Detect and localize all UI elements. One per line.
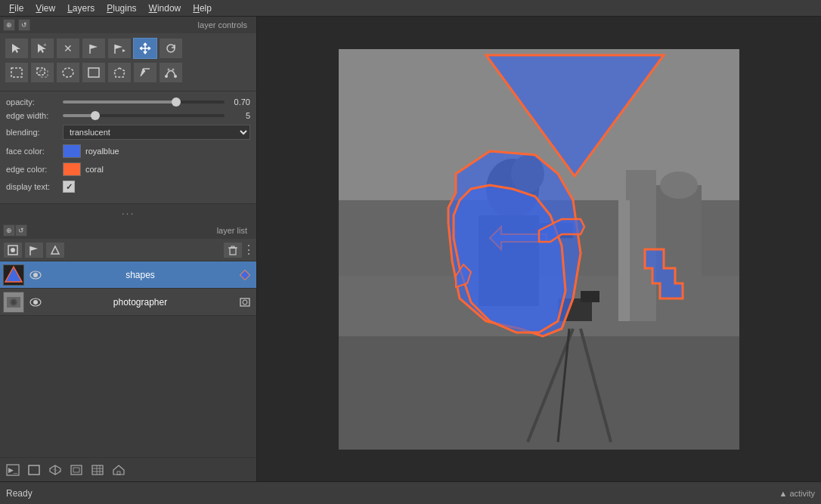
blending-select[interactable]: translucent normal multiply [63,125,250,140]
left-panel: ⊕ ↺ layer controls + ✕ [0,17,257,481]
layer-row-photographer[interactable]: photographer [0,289,256,316]
svg-marker-28 [5,267,22,282]
layer-delete-btn[interactable] [223,242,243,258]
svg-marker-14 [114,68,125,77]
opacity-label: opacity: [6,97,63,107]
tool-close[interactable]: ✕ [56,38,80,59]
svg-point-18 [168,69,170,71]
activity-text: ▲ activity [779,489,815,498]
tool-flag-play[interactable] [107,38,132,59]
display-text-checkbox[interactable]: ✓ [63,181,75,193]
tool-select-arrow[interactable] [5,38,29,59]
panel-icon-1[interactable]: ⊕ [3,19,15,31]
svg-rect-10 [37,68,45,75]
menu-view[interactable]: View [29,2,61,15]
layer-name-shapes: shapes [47,270,234,280]
svg-point-63 [660,172,698,199]
tool-rotate[interactable] [159,38,183,59]
bottom-icon-3d[interactable] [45,462,65,478]
tool-select-rect[interactable] [5,62,29,83]
layer-toolbar: ⋮ [0,239,256,261]
layer-type-shapes [237,267,253,283]
opacity-slider-container: 0.70 [63,97,250,107]
edge-width-label: edge width: [6,111,63,120]
face-color-name: royalblue [85,147,119,156]
face-color-swatch[interactable] [63,144,81,158]
layer-list-icon-1[interactable]: ⊕ [3,224,15,237]
layer-row-shapes[interactable]: shapes [0,261,256,289]
layer-eye-photographer[interactable] [27,294,44,311]
menubar: File View Layers Plugins Window Help [0,0,821,17]
edge-width-row: edge width: 5 [6,111,250,120]
svg-marker-7 [122,49,125,52]
menu-file[interactable]: File [3,2,29,15]
layer-eye-shapes[interactable] [27,267,44,283]
layer-tool-btn-2[interactable] [24,242,44,258]
svg-rect-49 [92,465,103,475]
display-text-row: display text: ✓ [6,181,250,193]
menu-layers[interactable]: Layers [61,2,101,15]
layer-list-title: layer list [27,226,253,235]
svg-point-16 [165,75,168,78]
opacity-value: 0.70 [228,97,250,107]
svg-rect-13 [88,68,99,77]
edge-width-value: 5 [228,111,250,120]
opacity-slider[interactable] [63,100,225,104]
bottom-icon-home[interactable] [109,462,129,478]
edge-color-swatch[interactable] [63,162,81,176]
panel-icon-2[interactable]: ↺ [18,19,30,31]
edge-width-slider-container: 5 [63,111,250,120]
canvas-area[interactable] [257,17,821,481]
tool-select-ellipse[interactable] [56,62,80,83]
main-canvas-svg [339,49,739,450]
svg-marker-32 [240,271,249,280]
tool-path[interactable] [159,62,183,83]
svg-point-30 [33,273,38,277]
svg-marker-24 [51,246,59,254]
svg-point-8 [167,45,175,52]
bottom-icon-frame[interactable] [67,462,86,478]
svg-point-38 [33,300,38,305]
tool-move[interactable] [133,38,157,59]
blending-row: blending: translucent normal multiply [6,125,250,140]
bottom-icon-terminal[interactable]: ▶_ [3,462,23,478]
tool-select-arrow2[interactable]: + [30,38,54,59]
bottom-icon-grid[interactable] [88,462,107,478]
menu-window[interactable]: Window [143,2,187,15]
layer-tool-btn-3[interactable] [45,242,65,258]
edge-width-slider[interactable] [63,114,225,117]
face-color-row: face color: royalblue [6,144,250,158]
display-text-label: display text: [6,182,63,191]
menu-plugins[interactable]: Plugins [101,2,142,15]
svg-point-36 [11,300,16,305]
svg-rect-27 [231,246,234,248]
tool-select-rect2[interactable] [30,62,54,83]
panel-bottom-bar: ▶_ [0,457,256,481]
svg-rect-43 [29,465,39,475]
svg-marker-3 [90,45,98,49]
layer-menu-btn[interactable]: ⋮ [244,242,253,258]
tool-flag[interactable] [82,38,106,59]
canvas-wrapper [339,49,739,450]
opacity-row: opacity: 0.70 [6,97,250,107]
properties-panel: opacity: 0.70 edge width: 5 [0,91,256,204]
svg-rect-69 [581,291,599,302]
tool-select-rect3[interactable] [82,62,106,83]
layer-list-icon-2[interactable]: ↺ [15,224,27,237]
tool-pencil[interactable] [133,62,157,83]
layer-controls-header: ⊕ ↺ layer controls [0,17,256,33]
tool-select-poly[interactable] [107,62,132,83]
edge-color-row: edge color: coral [6,162,250,176]
bottom-icon-rect[interactable] [24,462,44,478]
menu-help[interactable]: Help [187,2,218,15]
edge-color-label: edge color: [6,165,63,174]
bottom-bar: Ready ▲ activity [0,481,821,504]
svg-rect-25 [230,248,236,255]
layer-tool-btn-1[interactable] [3,242,23,258]
svg-rect-61 [618,200,630,321]
svg-point-40 [243,300,247,305]
svg-point-17 [174,75,177,78]
tool-row-1: + ✕ [5,38,252,59]
svg-point-12 [63,68,73,77]
layers-list: shapes photographer [0,261,256,457]
